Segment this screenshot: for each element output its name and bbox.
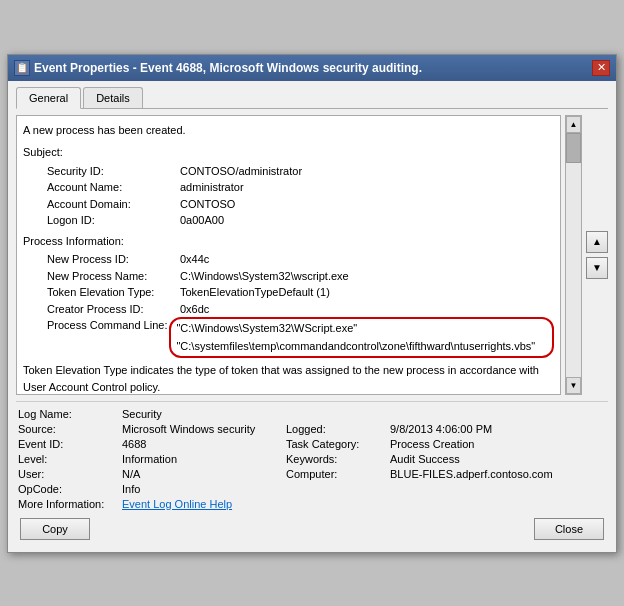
window-icon: 📋 [14,60,30,76]
security-id-row: Security ID: CONTOSO/administrator [23,163,554,180]
process-cmd-value: "C:\Windows\System32\WScript.exe" "C:\sy… [169,317,554,358]
event-log-online-help-link[interactable]: Event Log Online Help [122,498,282,510]
computer-label: Computer: [286,468,386,480]
user-value: N/A [122,468,282,480]
token-info-text: Token Elevation Type indicates the type … [23,362,554,394]
new-process-name-label: New Process Name: [23,268,178,285]
log-info-grid: Log Name: Security Source: Microsoft Win… [16,408,608,510]
empty3 [286,483,386,495]
tab-details[interactable]: Details [83,87,143,108]
task-category-label: Task Category: [286,438,386,450]
scroll-track [566,133,581,377]
opcode-label: OpCode: [18,483,118,495]
more-info-label: More Information: [18,498,118,510]
task-category-value: Process Creation [390,438,606,450]
tab-general[interactable]: General [16,87,81,109]
token-elevation-value: TokenElevationTypeDefault (1) [180,284,330,301]
empty1 [286,408,386,420]
scroll-down-button[interactable]: ▼ [566,377,581,394]
account-domain-value: CONTOSO [180,196,235,213]
nav-controls: ▲ ▼ [586,115,608,395]
log-name-label: Log Name: [18,408,118,420]
nav-down-button[interactable]: ▼ [586,257,608,279]
process-cmd-label: Process Command Line: [23,317,167,358]
copy-button[interactable]: Copy [20,518,90,540]
creator-process-id-value: 0x6dc [180,301,209,318]
main-area: A new process has been created. Subject:… [16,115,608,395]
account-name-label: Account Name: [23,179,178,196]
creator-process-id-row: Creator Process ID: 0x6dc [23,301,554,318]
title-bar: 📋 Event Properties - Event 4688, Microso… [8,55,616,81]
scroll-up-button[interactable]: ▲ [566,116,581,133]
intro-text: A new process has been created. [23,122,554,139]
level-value: Information [122,453,282,465]
event-detail-area: A new process has been created. Subject:… [16,115,561,395]
nav-up-button[interactable]: ▲ [586,231,608,253]
logged-label: Logged: [286,423,386,435]
source-label: Source: [18,423,118,435]
logon-id-label: Logon ID: [23,212,178,229]
account-name-value: administrator [180,179,244,196]
logon-id-value: 0a00A00 [180,212,224,229]
close-window-button[interactable]: ✕ [592,60,610,76]
security-id-value: CONTOSO/administrator [180,163,302,180]
window-title: Event Properties - Event 4688, Microsoft… [34,61,592,75]
new-process-name-row: New Process Name: C:\Windows\System32\ws… [23,268,554,285]
logon-id-row: Logon ID: 0a00A00 [23,212,554,229]
new-process-name-value: C:\Windows\System32\wscript.exe [180,268,349,285]
level-label: Level: [18,453,118,465]
event-id-label: Event ID: [18,438,118,450]
security-id-label: Security ID: [23,163,178,180]
window-content: General Details A new process has been c… [8,81,616,552]
opcode-value: Info [122,483,282,495]
event-properties-window: 📋 Event Properties - Event 4688, Microso… [7,54,617,553]
new-process-id-row: New Process ID: 0x44c [23,251,554,268]
token-elevation-row: Token Elevation Type: TokenElevationType… [23,284,554,301]
keywords-value: Audit Success [390,453,606,465]
account-name-row: Account Name: administrator [23,179,554,196]
subject-title: Subject: [23,144,554,161]
computer-value: BLUE-FILES.adperf.contoso.com [390,468,606,480]
tab-bar: General Details [16,87,608,109]
process-title: Process Information: [23,233,554,250]
empty2 [390,408,606,420]
new-process-id-label: New Process ID: [23,251,178,268]
process-cmd-row: Process Command Line: "C:\Windows\System… [23,317,554,358]
keywords-label: Keywords: [286,453,386,465]
scrollbar[interactable]: ▲ ▼ [565,115,582,395]
new-process-id-value: 0x44c [180,251,209,268]
log-name-value: Security [122,408,282,420]
scroll-thumb[interactable] [566,133,581,163]
account-domain-row: Account Domain: CONTOSO [23,196,554,213]
user-label: User: [18,468,118,480]
account-domain-label: Account Domain: [23,196,178,213]
logged-value: 9/8/2013 4:06:00 PM [390,423,606,435]
event-id-value: 4688 [122,438,282,450]
cmd-highlight: "C:\Windows\System32\WScript.exe" "C:\sy… [169,317,554,358]
source-value: Microsoft Windows security [122,423,282,435]
creator-process-id-label: Creator Process ID: [23,301,178,318]
close-button[interactable]: Close [534,518,604,540]
bottom-buttons: Copy Close [16,510,608,546]
separator [16,401,608,402]
empty4 [390,483,606,495]
token-elevation-label: Token Elevation Type: [23,284,178,301]
